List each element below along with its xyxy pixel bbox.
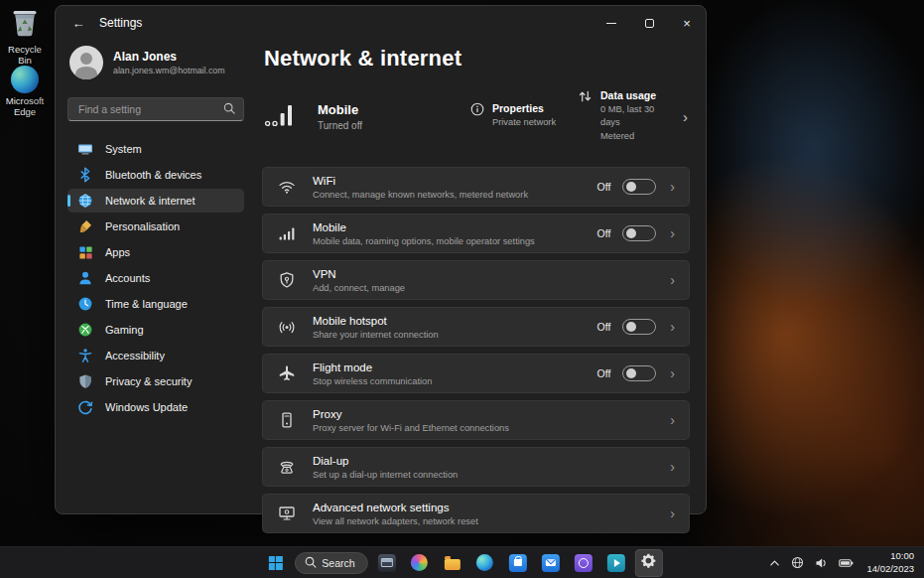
accessibility-person-icon — [77, 348, 93, 363]
start-button[interactable] — [261, 549, 289, 577]
flight-mode-toggle[interactable] — [622, 365, 656, 381]
sidebar-item-label: Privacy & security — [105, 375, 192, 387]
sidebar-item-apps[interactable]: Apps — [67, 240, 244, 264]
search-icon — [223, 100, 235, 118]
taskbar-settings[interactable] — [635, 549, 663, 577]
close-button[interactable]: × — [668, 6, 706, 40]
card-mobile-hotspot[interactable]: Mobile hotspot Share your internet conne… — [262, 307, 690, 347]
volume-icon[interactable] — [813, 555, 830, 571]
chevron-right-icon: › — [670, 459, 675, 475]
taskbar-file-explorer[interactable] — [439, 549, 466, 577]
properties-link[interactable]: Properties Private network — [470, 102, 578, 129]
data-usage-title: Data usage — [600, 89, 675, 101]
minimize-button[interactable] — [593, 6, 630, 40]
sidebar-item-system[interactable]: System — [67, 137, 244, 161]
sidebar-item-bluetooth-devices[interactable]: Bluetooth & devices — [67, 163, 244, 187]
desktop-icon-label: Recycle Bin — [1, 45, 49, 67]
airplane-icon — [277, 364, 297, 382]
card-subtitle: Share your internet connection — [313, 330, 439, 340]
clock-icon — [77, 296, 93, 312]
titlebar[interactable]: ← Settings × — [56, 6, 706, 40]
sidebar-item-personalisation[interactable]: Personalisation — [67, 215, 244, 238]
card-advanced-network-settings[interactable]: Advanced network settings View all netwo… — [262, 494, 690, 533]
card-title: Advanced network settings — [313, 502, 478, 513]
taskbar-app-window[interactable] — [373, 549, 401, 577]
sidebar-item-gaming[interactable]: Gaming — [67, 318, 244, 342]
network-tray-icon[interactable] — [789, 554, 806, 571]
card-dial-up[interactable]: Dial-up Set up a dial-up internet connec… — [262, 447, 690, 487]
store-icon — [509, 554, 527, 572]
hidden-icons-chevron[interactable] — [767, 557, 782, 569]
card-title: Flight mode — [313, 361, 432, 373]
sidebar-item-time-language[interactable]: Time & language — [67, 292, 244, 316]
sidebar-item-windows-update[interactable]: Windows Update — [67, 395, 244, 419]
proxy-server-icon — [277, 411, 297, 429]
battery-icon[interactable] — [837, 556, 856, 570]
system-icon — [77, 141, 93, 157]
shield-icon — [77, 373, 93, 389]
data-usage-link[interactable]: Data usage 0 MB, last 30 days Metered — [578, 89, 675, 143]
data-usage-line2: Metered — [600, 130, 675, 143]
hero-status: Turned off — [318, 120, 362, 131]
profile-email: alan.jones.wm@hotmail.com — [113, 66, 225, 75]
sidebar-nav: System Bluetooth & devices Network & int… — [67, 137, 244, 419]
card-subtitle: View all network adapters, network reset — [313, 516, 478, 526]
taskbar-app-photos[interactable] — [406, 549, 434, 577]
mobile-hotspot-toggle[interactable] — [622, 319, 656, 335]
personalisation-brush-icon — [77, 218, 93, 234]
desktop-icon-recycle-bin[interactable]: Recycle Bin — [1, 6, 49, 67]
file-explorer-icon — [445, 559, 461, 570]
chevron-right-icon: › — [670, 225, 675, 241]
data-usage-arrows-icon — [578, 89, 593, 107]
taskbar-search[interactable]: Search — [294, 552, 367, 574]
taskbar-edge[interactable] — [471, 549, 499, 577]
card-title: Mobile — [313, 221, 535, 233]
maximize-button[interactable] — [630, 6, 668, 40]
toggle-state-label: Off — [597, 367, 611, 379]
mobile-status-row[interactable]: Mobile Turned off Properties Private net… — [262, 89, 690, 143]
card-subtitle: Set up a dial-up internet connection — [313, 470, 458, 480]
settings-gear-icon — [640, 552, 657, 573]
settings-search-box[interactable] — [67, 97, 244, 121]
teal-app-icon — [607, 554, 625, 572]
taskbar-mail[interactable] — [537, 549, 565, 577]
desktop-icon-edge[interactable]: Microsoft Edge — [1, 66, 49, 118]
info-icon — [470, 102, 484, 120]
card-title: Mobile hotspot — [313, 315, 439, 327]
sidebar-item-accounts[interactable]: Accounts — [67, 266, 244, 290]
search-input[interactable] — [76, 102, 223, 116]
sidebar-item-privacy-security[interactable]: Privacy & security — [67, 369, 244, 393]
card-vpn[interactable]: VPN Add, connect, manage › — [262, 260, 690, 300]
wifi-toggle[interactable] — [622, 179, 656, 195]
desktop-icon-label: Microsoft Edge — [1, 96, 49, 118]
card-subtitle: Stop wireless communication — [313, 376, 432, 386]
taskbar: Search 10:00 14/02/2023 — [0, 546, 924, 578]
taskbar-clock[interactable]: 10:00 14/02/2023 — [862, 550, 918, 576]
taskbar-app-purple[interactable] — [570, 549, 597, 577]
card-wifi[interactable]: WiFi Connect, manage known networks, met… — [262, 167, 690, 207]
settings-main: Network & internet Mobile Turned off — [250, 40, 706, 513]
taskbar-store[interactable] — [504, 549, 532, 577]
back-button[interactable]: ← — [64, 10, 93, 36]
profile-name: Alan Jones — [113, 50, 225, 64]
mobile-bars-icon — [277, 224, 297, 242]
card-mobile[interactable]: Mobile Mobile data, roaming options, mob… — [262, 214, 690, 253]
windows-logo-icon — [268, 556, 282, 570]
card-proxy[interactable]: Proxy Proxy server for Wi-Fi and Etherne… — [262, 400, 690, 440]
sidebar-item-label: Accessibility — [105, 350, 165, 361]
mobile-toggle[interactable] — [622, 225, 656, 241]
properties-value: Private network — [492, 116, 556, 129]
sidebar-item-label: System — [105, 143, 142, 155]
properties-title: Properties — [492, 102, 556, 114]
apps-grid-icon — [77, 244, 93, 260]
account-profile[interactable]: Alan Jones alan.jones.wm@hotmail.com — [67, 42, 244, 83]
card-flight-mode[interactable]: Flight mode Stop wireless communication … — [262, 354, 690, 393]
sidebar-item-label: Gaming — [105, 324, 144, 336]
card-title: WiFi — [313, 175, 528, 187]
taskbar-app-teal[interactable] — [602, 549, 630, 577]
settings-sidebar: Alan Jones alan.jones.wm@hotmail.com Sys… — [56, 40, 250, 513]
card-subtitle: Proxy server for Wi-Fi and Ethernet conn… — [313, 423, 509, 433]
sidebar-item-network-internet[interactable]: Network & internet — [67, 189, 244, 213]
sidebar-item-accessibility[interactable]: Accessibility — [67, 344, 244, 367]
page-title: Network & internet — [264, 46, 690, 72]
